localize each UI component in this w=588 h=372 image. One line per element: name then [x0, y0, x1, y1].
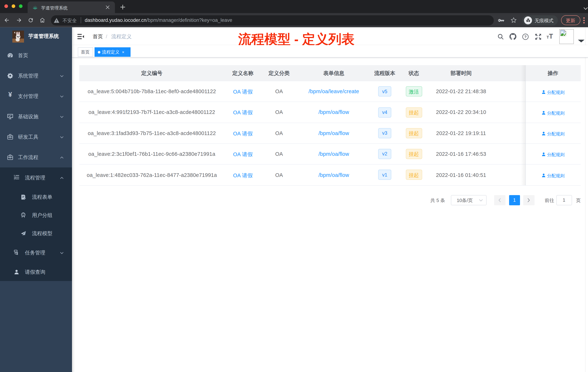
svg-text:?: ?: [524, 34, 527, 39]
